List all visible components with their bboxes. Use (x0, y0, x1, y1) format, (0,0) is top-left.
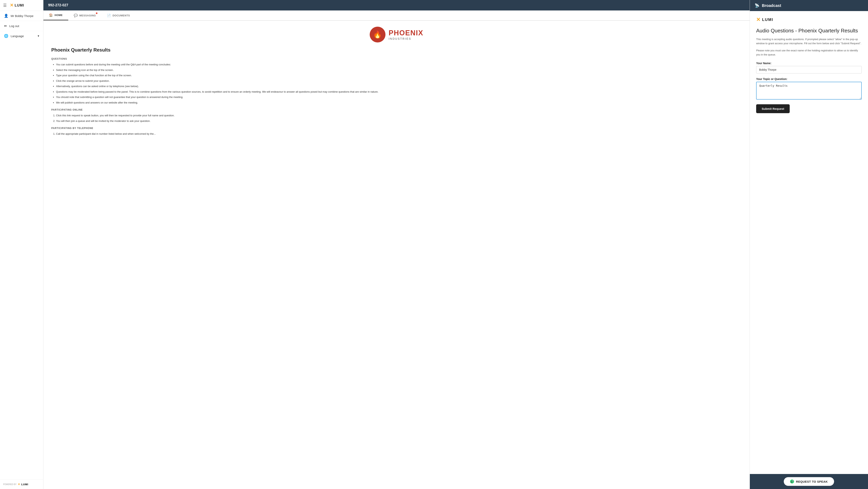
request-to-speak-button[interactable]: 🎤 REQUEST TO SPEAK (784, 477, 834, 486)
meeting-content-wrapper: 🔥 PHOENIX INDUSTRIES Phoenix Quarterly R… (43, 21, 750, 489)
logout-icon: ⬅ (4, 24, 7, 28)
broadcast-lumi-logo: ✕ LUMI (756, 17, 862, 23)
list-item: Call the appropriate participant dial in… (56, 132, 742, 136)
request-speak-label: REQUEST TO SPEAK (796, 480, 828, 483)
powered-by-text: POWERED BY (3, 483, 17, 485)
broadcast-description: This meeting is accepting audio question… (756, 37, 862, 46)
broadcast-footer: 🎤 REQUEST TO SPEAK (750, 474, 868, 489)
sidebar: ☰ ✕ LUMI 👤 Mr Bobby Thorpe ⬅ Log out 🌐 L… (0, 0, 43, 489)
language-label: Language (11, 34, 24, 38)
footer-lumi-x-icon: ✕ (18, 483, 20, 486)
broadcast-icon: 📡 (754, 3, 760, 8)
name-label: Your Name: (756, 62, 862, 65)
list-item: Questions may be moderated before being … (56, 90, 742, 94)
list-item: Click the orange arrow to submit your qu… (56, 79, 742, 83)
list-item: Type your question using the chat functi… (56, 74, 742, 78)
list-item: You can submit questions before and duri… (56, 63, 742, 66)
list-item: Select the messaging icon at the top of … (56, 68, 742, 72)
meeting-panel: 992-272-027 🏠 HOME 💬 MESSAGING 📄 DOCUMEN… (43, 0, 750, 489)
messaging-icon: 💬 (74, 13, 78, 18)
logout-label: Log out (9, 24, 19, 28)
broadcast-header-title: Broadcast (762, 3, 781, 8)
phoenix-logo-text: PHOENIX INDUSTRIES (389, 27, 423, 42)
home-icon: 🏠 (49, 13, 53, 17)
sidebar-footer: POWERED BY ✕ LUMI (0, 479, 43, 489)
meeting-tabs: 🏠 HOME 💬 MESSAGING 📄 DOCUMENTS (43, 10, 750, 21)
phoenix-symbol-icon: 🔥 (373, 30, 382, 39)
tab-documents-label: DOCUMENTS (113, 14, 130, 17)
phoenix-logo-area: 🔥 PHOENIX INDUSTRIES (51, 27, 742, 42)
section-telephone-heading: PARTICIPATING BY TELEPHONE (51, 127, 742, 130)
sidebar-logo: ✕ LUMI (10, 3, 24, 8)
lumi-x-icon: ✕ (10, 3, 13, 8)
tab-documents[interactable]: 📄 DOCUMENTS (101, 10, 135, 20)
microphone-icon: 🎤 (790, 480, 794, 484)
list-item: Click this link request to speak button,… (56, 114, 742, 117)
phoenix-logo-circle: 🔥 (370, 27, 385, 42)
sidebar-item-language[interactable]: 🌐 Language ▾ (0, 31, 43, 41)
hamburger-button[interactable]: ☰ (3, 3, 7, 8)
session-id: 992-272-027 (48, 3, 68, 7)
meeting-title: Phoenix Quarterly Results (51, 47, 742, 53)
tab-messaging-label: MESSAGING (79, 14, 96, 17)
tab-home[interactable]: 🏠 HOME (43, 10, 68, 20)
meeting-header: 992-272-027 (43, 0, 750, 10)
broadcast-note: Please note you must use the exact name … (756, 49, 862, 57)
section-questions-heading: QUESTIONS (51, 57, 742, 60)
submit-request-button[interactable]: Submit Request (756, 104, 790, 113)
phoenix-main-text: PHOENIX (389, 29, 423, 37)
topic-label: Your Topic or Question: (756, 78, 862, 81)
topic-textarea[interactable]: Quarterly Results (756, 82, 862, 99)
footer-lumi-text: LUMI (21, 483, 28, 486)
section-online-heading: PARTICIPATING ONLINE (51, 109, 742, 111)
documents-icon: 📄 (107, 13, 111, 18)
list-item: Alternatively, questions can be asked on… (56, 84, 742, 88)
online-list: Click this link request to speak button,… (51, 114, 742, 123)
language-icon: 🌐 (4, 34, 8, 38)
telephone-list: Call the appropriate participant dial in… (51, 132, 742, 136)
list-item: You should note that submitting a questi… (56, 95, 742, 99)
broadcast-panel: 📡 Broadcast ✕ LUMI Audio Questions - Pho… (750, 0, 868, 489)
meeting-content[interactable]: 🔥 PHOENIX INDUSTRIES Phoenix Quarterly R… (43, 21, 750, 145)
broadcast-body: ✕ LUMI Audio Questions - Phoenix Quarter… (750, 11, 868, 474)
tab-messaging[interactable]: 💬 MESSAGING (68, 10, 101, 20)
phoenix-sub-text: INDUSTRIES (389, 37, 423, 40)
broadcast-lumi-x-icon: ✕ (756, 17, 761, 23)
list-item: We will publish questions and answers on… (56, 101, 742, 105)
lumi-logo-text: LUMI (14, 3, 24, 7)
sidebar-item-user[interactable]: 👤 Mr Bobby Thorpe (0, 11, 43, 21)
user-icon: 👤 (4, 13, 8, 18)
questions-list: You can submit questions before and duri… (51, 63, 742, 105)
sidebar-item-logout[interactable]: ⬅ Log out (0, 21, 43, 31)
broadcast-lumi-text: LUMI (762, 18, 773, 22)
broadcast-header: 📡 Broadcast (750, 0, 868, 11)
name-input[interactable] (756, 66, 862, 74)
broadcast-form-title: Audio Questions - Phoenix Quarterly Resu… (756, 27, 862, 34)
main-area: 992-272-027 🏠 HOME 💬 MESSAGING 📄 DOCUMEN… (43, 0, 868, 489)
tab-home-label: HOME (55, 13, 63, 17)
user-name: Mr Bobby Thorpe (11, 14, 34, 18)
list-item: You will then join a queue and will be i… (56, 119, 742, 123)
notification-dot (96, 12, 97, 14)
chevron-down-icon: ▾ (38, 34, 39, 38)
